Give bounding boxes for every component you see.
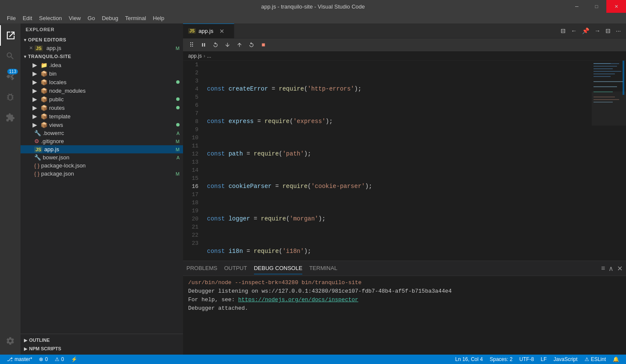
tab-close-icon[interactable]: ✕ xyxy=(219,28,224,35)
panel-collapse-icon[interactable]: ∧ xyxy=(608,264,614,273)
folder-template[interactable]: ▶ 📦 template xyxy=(21,112,183,120)
breadcrumb-file[interactable]: app.js xyxy=(188,53,202,59)
line-num-13: 13 xyxy=(183,158,198,166)
svg-rect-0 xyxy=(592,61,626,244)
line-ending-status[interactable]: LF xyxy=(537,355,550,364)
debug-step-over-icon[interactable] xyxy=(210,40,221,50)
sidebar: Explorer ▾ Open Editors ✕ JS app.js M ▾ … xyxy=(21,23,183,355)
debug-step-out-icon[interactable] xyxy=(234,40,245,50)
folder-name: bin xyxy=(49,70,56,77)
close-icon[interactable]: ✕ xyxy=(29,45,33,51)
folder-collapsed-icon: ▶ xyxy=(32,79,37,85)
line-num-20: 20 xyxy=(183,215,198,223)
debug-stop-icon[interactable] xyxy=(258,40,269,50)
pin-icon[interactable]: 📌 xyxy=(580,26,591,35)
menu-bar: File Edit Selection View Go Debug Termin… xyxy=(0,13,626,23)
folder-views[interactable]: ▶ 📦 views xyxy=(21,120,183,129)
menu-selection[interactable]: Selection xyxy=(35,14,65,22)
explorer-icon[interactable] xyxy=(0,25,21,46)
toggle-panel-icon[interactable]: ⊟ xyxy=(604,26,612,35)
folder-idea[interactable]: ▶ 📁 .idea xyxy=(21,61,183,69)
bower-icon: 🔧 xyxy=(34,130,41,136)
line-num-19: 19 xyxy=(183,207,198,215)
file-package-json[interactable]: { } package.json M xyxy=(21,170,183,178)
window-controls: ─ □ ✕ xyxy=(567,0,626,13)
tab-debug-console[interactable]: DEBUG CONSOLE xyxy=(254,262,302,274)
folder-bin[interactable]: ▶ 📦 bin xyxy=(21,69,183,78)
tab-appjs[interactable]: JS app.js ✕ xyxy=(183,23,234,38)
eslint-status[interactable]: ⚠ ESLint xyxy=(581,355,609,364)
debug-restart-icon[interactable] xyxy=(246,40,257,50)
file-gitignore[interactable]: ⚙ .gitignore M xyxy=(21,137,183,145)
close-button[interactable]: ✕ xyxy=(606,0,626,13)
npm-scripts-section[interactable]: ▶ NPM SCRIPTS xyxy=(21,344,183,353)
tab-problems[interactable]: PROBLEMS xyxy=(186,262,217,274)
tab-output[interactable]: OUTPUT xyxy=(224,262,247,274)
line-num-1: 1 xyxy=(183,61,198,69)
file-bower-json[interactable]: 🔧 bower.json A xyxy=(21,153,183,161)
encoding-status[interactable]: UTF-8 xyxy=(516,355,537,364)
remote-status[interactable]: ⚡ xyxy=(68,355,81,364)
svg-rect-8 xyxy=(594,81,623,82)
debug-step-into-icon[interactable] xyxy=(222,40,233,50)
file-package-lock[interactable]: { } package-lock.json xyxy=(21,161,183,170)
svg-rect-6 xyxy=(594,73,615,74)
debug-activity-icon[interactable] xyxy=(0,87,21,107)
debug-drag-icon[interactable]: ⠿ xyxy=(186,40,197,50)
language-status[interactable]: JavaScript xyxy=(550,355,581,364)
menu-debug[interactable]: Debug xyxy=(98,14,121,22)
feedback-status[interactable]: 🔔 xyxy=(609,355,623,364)
code-line-5: const logger = require('morgan'); xyxy=(207,215,592,223)
svg-rect-15 xyxy=(623,61,624,95)
go-back-icon[interactable]: ← xyxy=(569,26,579,35)
json-icon: { } xyxy=(34,162,39,169)
open-editor-name: app.js xyxy=(46,45,61,51)
go-forward-icon[interactable]: → xyxy=(593,26,602,35)
menu-help[interactable]: Help xyxy=(150,14,168,22)
docs-link[interactable]: https://nodejs.org/en/docs/inspector xyxy=(238,296,358,303)
menu-go[interactable]: Go xyxy=(84,14,98,22)
position-status[interactable]: Ln 16, Col 4 xyxy=(452,355,487,364)
file-bowerrc[interactable]: 🔧 .bowerrc A xyxy=(21,129,183,137)
folder-node-modules[interactable]: ▶ 📦 node_modules xyxy=(21,86,183,95)
console-line-4: Debugger attached. xyxy=(188,304,621,313)
git-branch-status[interactable]: ⎇ master* xyxy=(3,355,35,364)
search-icon[interactable] xyxy=(0,46,21,66)
file-name: package-lock.json xyxy=(41,162,86,169)
spaces-status[interactable]: Spaces: 2 xyxy=(486,355,516,364)
errors-status[interactable]: ⊗ 0 xyxy=(35,355,51,364)
sidebar-bottom: ▶ OUTLINE ▶ NPM SCRIPTS xyxy=(21,334,183,355)
modified-dot xyxy=(176,97,180,101)
svg-rect-4 xyxy=(594,68,613,69)
extensions-icon[interactable] xyxy=(0,107,21,128)
menu-file[interactable]: File xyxy=(3,14,19,22)
panel-close-icon[interactable]: ✕ xyxy=(617,264,623,273)
panel-filter-icon[interactable]: ≡ xyxy=(601,264,605,272)
menu-view[interactable]: View xyxy=(65,14,84,22)
warning-count: 0 xyxy=(61,356,64,362)
folder-locales[interactable]: ▶ 📦 locales xyxy=(21,78,183,86)
tab-label: app.js xyxy=(198,28,213,34)
folder-public[interactable]: ▶ 📦 public xyxy=(21,95,183,103)
settings-icon[interactable] xyxy=(0,331,21,351)
tab-terminal[interactable]: TERMINAL xyxy=(309,262,337,274)
code-editor[interactable]: 1 2 3 4 5 6 7 8 9 10 11 12 13 14 15 16 1 xyxy=(183,61,592,261)
folder-routes[interactable]: ▶ 📦 routes xyxy=(21,103,183,112)
split-editor-icon[interactable]: ⊟ xyxy=(559,26,567,35)
minimize-button[interactable]: ─ xyxy=(567,0,587,13)
open-editors-section[interactable]: ▾ Open Editors xyxy=(21,35,183,44)
menu-edit[interactable]: Edit xyxy=(19,14,35,22)
git-icon[interactable]: 113 xyxy=(0,66,21,87)
more-actions-icon[interactable]: ··· xyxy=(614,26,623,35)
line-num-9: 9 xyxy=(183,126,198,134)
outline-section[interactable]: ▶ OUTLINE xyxy=(21,336,183,344)
code-content[interactable]: const createError = require('http-errors… xyxy=(204,61,592,261)
breadcrumb-more[interactable]: ... xyxy=(207,53,211,59)
maximize-button[interactable]: □ xyxy=(587,0,606,13)
open-editor-appjs[interactable]: ✕ JS app.js M xyxy=(21,44,183,52)
debug-pause-icon[interactable] xyxy=(198,40,209,50)
warnings-status[interactable]: ⚠ 0 xyxy=(51,355,68,364)
menu-terminal[interactable]: Terminal xyxy=(121,14,149,22)
project-section[interactable]: ▾ TRANQUILO-SITE xyxy=(21,52,183,61)
file-appjs[interactable]: JS app.js M xyxy=(21,145,183,153)
